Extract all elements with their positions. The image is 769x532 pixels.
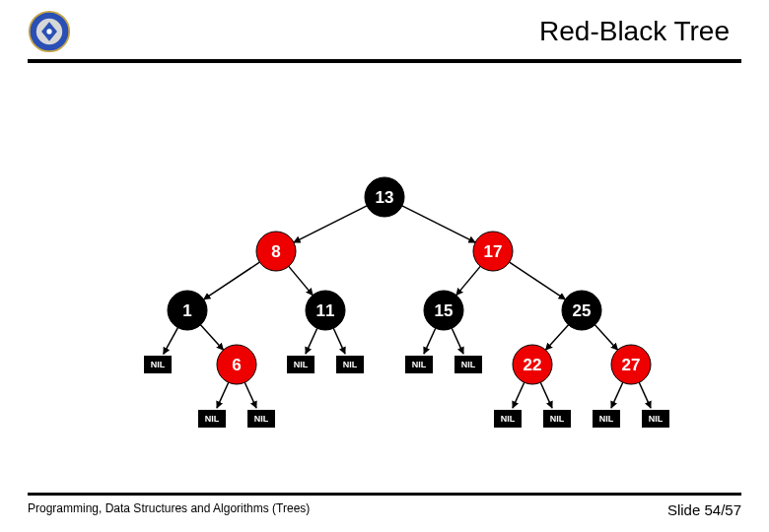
tree-edge <box>294 206 367 242</box>
tree-edge <box>510 262 566 299</box>
svg-text:25: 25 <box>573 301 592 320</box>
tree-node-13: 13 <box>365 177 404 217</box>
tree-node-17: 17 <box>473 232 513 271</box>
tree-edge <box>456 266 480 295</box>
header-divider <box>28 59 741 63</box>
tree-nil-leaf: NIL <box>144 356 172 373</box>
footer-slide-number: Slide 54/57 <box>667 501 741 518</box>
tree-node-27: 27 <box>611 345 651 384</box>
tree-nil-leaf: NIL <box>247 410 275 428</box>
tree-nil-leaf: NIL <box>593 410 620 428</box>
tree-edge <box>540 382 552 408</box>
tree-nil-leaf: NIL <box>642 410 669 428</box>
tree-nil-leaf: NIL <box>543 410 571 428</box>
tree-edge <box>164 328 178 355</box>
tree-nil-leaf: NIL <box>454 356 482 373</box>
slide-header: Red-Black Tree <box>0 0 769 53</box>
tree-edge <box>402 206 475 242</box>
tree-node-22: 22 <box>513 345 552 384</box>
svg-text:NIL: NIL <box>343 360 358 369</box>
svg-text:22: 22 <box>524 356 542 374</box>
tree-edge <box>289 266 313 295</box>
svg-text:NIL: NIL <box>501 414 516 424</box>
tree-node-8: 8 <box>256 232 296 271</box>
tree-node-1: 1 <box>168 291 207 330</box>
tree-node-6: 6 <box>217 345 256 384</box>
tree-node-25: 25 <box>562 291 601 330</box>
tree-nil-leaf: NIL <box>198 410 226 428</box>
svg-text:NIL: NIL <box>599 414 614 424</box>
tree-edge <box>204 262 260 299</box>
svg-text:15: 15 <box>435 301 454 320</box>
tree-edge <box>452 328 463 354</box>
footer-course-text: Programming, Data Structures and Algorit… <box>28 501 310 518</box>
tree-edge <box>611 382 623 408</box>
tree-node-15: 15 <box>424 291 463 330</box>
svg-text:1: 1 <box>182 301 191 320</box>
tree-edge <box>306 328 317 354</box>
slide-title: Red-Black Tree <box>71 16 741 47</box>
tree-edge <box>424 328 436 354</box>
svg-text:11: 11 <box>316 301 335 320</box>
footer-divider <box>28 493 741 496</box>
tree-nil-leaf: NIL <box>494 410 522 428</box>
tree-nil-leaf: NIL <box>287 356 315 373</box>
svg-text:NIL: NIL <box>205 414 220 424</box>
tree-nil-leaf: NIL <box>405 356 433 373</box>
svg-text:8: 8 <box>271 242 280 261</box>
tree-edge <box>217 382 229 408</box>
svg-text:NIL: NIL <box>550 414 565 424</box>
svg-text:27: 27 <box>622 356 641 374</box>
svg-text:6: 6 <box>232 356 241 374</box>
svg-text:NIL: NIL <box>294 360 309 369</box>
tree-edge <box>513 382 524 408</box>
svg-text:NIL: NIL <box>254 414 269 424</box>
slide-footer: Programming, Data Structures and Algorit… <box>28 493 741 518</box>
institution-logo-icon <box>28 10 71 53</box>
svg-text:NIL: NIL <box>649 414 664 424</box>
svg-text:13: 13 <box>376 188 394 207</box>
tree-edge <box>594 325 617 350</box>
svg-point-2 <box>46 29 51 33</box>
svg-text:NIL: NIL <box>151 360 166 369</box>
tree-edge <box>200 325 223 350</box>
svg-text:17: 17 <box>484 242 503 261</box>
red-black-tree-diagram: 13817111152562227NILNILNILNILNILNILNILNI… <box>0 148 769 463</box>
tree-edge <box>333 328 345 354</box>
tree-edge <box>245 382 256 408</box>
tree-nil-leaf: NIL <box>336 356 364 373</box>
tree-node-11: 11 <box>306 291 345 330</box>
svg-text:NIL: NIL <box>461 360 476 369</box>
tree-edge <box>639 382 651 408</box>
tree-edge <box>545 325 568 350</box>
svg-text:NIL: NIL <box>412 360 427 369</box>
